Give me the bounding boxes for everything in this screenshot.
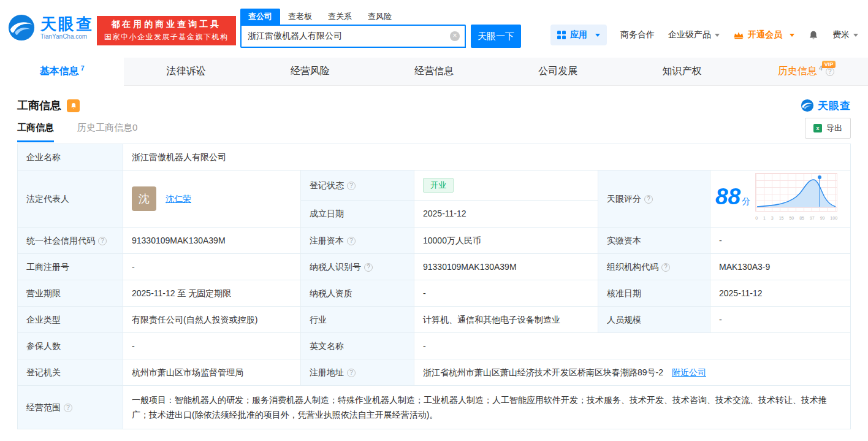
brand-name: 天眼查: [40, 15, 94, 33]
help-icon[interactable]: [826, 67, 834, 76]
business-term-label: 营业期限: [18, 280, 123, 307]
legal-rep-link[interactable]: 沈仁荣: [166, 193, 191, 205]
paid-capital-label: 实缴资本: [598, 228, 710, 254]
chevron-down-icon: [715, 34, 720, 37]
score-unit: 分: [742, 196, 750, 206]
approval-date-label: 核准日期: [598, 280, 710, 307]
excel-icon: [813, 124, 822, 132]
section-header: 工商信息 天眼查: [0, 86, 868, 113]
status-badge: 开业: [423, 178, 454, 193]
tab-label: 历史信息: [778, 65, 817, 78]
approval-date-value: 2025-11-12: [710, 280, 851, 307]
tab-operating-info[interactable]: 经营信息: [372, 58, 496, 86]
legal-rep-value: 沈 沈仁荣: [123, 171, 301, 228]
tianyancha-logo-icon: [801, 99, 814, 112]
insured-count-value: -: [123, 333, 301, 359]
subtab-history-business-info[interactable]: 历史工商信息0: [77, 122, 137, 142]
monitor-bell-icon[interactable]: [67, 99, 80, 112]
apps-menu[interactable]: 应用: [550, 25, 607, 45]
company-section-tabs: 基本信息 7 法律诉讼 经营风险 经营信息 公司发展 知识产权 VIP 历史信息…: [0, 58, 868, 86]
legal-rep-avatar[interactable]: 沈: [132, 186, 156, 211]
insured-count-label: 参保人数: [18, 333, 123, 359]
help-icon[interactable]: [64, 404, 72, 412]
brand-domain: TianYanCha.com: [40, 33, 94, 40]
org-code-label-text: 组织机构代码: [607, 262, 658, 272]
tab-history-info[interactable]: VIP 历史信息 4: [744, 58, 868, 86]
subtab-business-info[interactable]: 工商信息: [17, 122, 54, 142]
taxpayer-quality-value: -: [414, 280, 598, 307]
search-input[interactable]: [240, 25, 466, 48]
taxpayer-id-label: 纳税人识别号: [301, 254, 414, 280]
subtab-row: 工商信息 历史工商信息0 导出: [0, 113, 868, 142]
tab-label: 经营风险: [291, 65, 330, 78]
search-tab-risk[interactable]: 查风险: [360, 9, 400, 25]
tianyancha-logo[interactable]: 天眼查 TianYanCha.com: [7, 13, 94, 42]
help-icon[interactable]: [347, 237, 356, 245]
table-row: 企业类型 有限责任公司(自然人投资或控股) 行业 计算机、通信和其他电子设备制造…: [18, 307, 851, 333]
reg-status-label: 登记状态: [301, 171, 414, 201]
enterprise-products-label: 企业级产品: [668, 29, 711, 40]
help-icon[interactable]: [661, 263, 670, 272]
table-row: 企业名称 浙江雷傲机器人有限公司: [18, 144, 851, 171]
reg-number-value: -: [123, 254, 301, 280]
export-label: 导出: [826, 123, 842, 134]
reg-address-value: 浙江省杭州市萧山区萧山经济技术开发区桥南区块春潮路89号-2 附近公司: [414, 359, 851, 386]
tab-label: 基本信息: [40, 65, 79, 78]
credit-code-label-text: 统一社会信用代码: [26, 236, 95, 245]
reg-capital-label-text: 注册资本: [310, 236, 344, 245]
tab-company-development[interactable]: 公司发展: [496, 58, 620, 86]
tab-intellectual-property[interactable]: 知识产权: [620, 58, 744, 86]
tab-basic-info[interactable]: 基本信息 7: [0, 58, 124, 86]
credit-code-label: 统一社会信用代码: [18, 228, 123, 254]
search-tab-relation[interactable]: 查关系: [320, 9, 360, 25]
watermark-brand: 天眼查: [818, 99, 851, 113]
clear-search-icon[interactable]: [450, 31, 460, 41]
staff-size-label: 人员规模: [598, 307, 710, 333]
reg-status-value: 开业: [414, 171, 598, 201]
apps-grid-icon: [557, 31, 566, 39]
taxpayer-quality-label: 纳税人资质: [301, 280, 414, 307]
export-button[interactable]: 导出: [805, 118, 851, 139]
reg-address-label-text: 注册地址: [310, 367, 344, 377]
reg-number-label: 工商注册号: [18, 254, 123, 280]
search-tab-company[interactable]: 查公司: [240, 9, 280, 25]
help-icon[interactable]: [644, 195, 653, 204]
vip-label: 开通会员: [748, 29, 782, 40]
nearby-companies-link[interactable]: 附近公司: [672, 367, 706, 377]
reg-status-label-text: 登记状态: [310, 180, 344, 190]
vip-badge: VIP: [822, 61, 836, 68]
org-code-label: 组织机构代码: [598, 254, 710, 280]
company-name-value: 浙江雷傲机器人有限公司: [123, 144, 851, 171]
search-input-wrap: [240, 25, 466, 48]
search-area: 查公司 查老板 查关系 查风险 天眼一下: [240, 9, 521, 48]
tab-label: 经营信息: [414, 65, 454, 78]
table-row: 经营范围 一般项目：智能机器人的研发；服务消费机器人制造；特殊作业机器人制造；工…: [18, 386, 851, 429]
enterprise-products-menu[interactable]: 企业级产品: [668, 29, 720, 40]
search-tab-boss[interactable]: 查老板: [280, 9, 320, 25]
help-icon[interactable]: [98, 237, 107, 245]
notifications-bell-icon[interactable]: [808, 29, 819, 41]
reg-address-label: 注册地址: [301, 359, 414, 386]
tianyancha-watermark: 天眼查: [801, 99, 851, 113]
paid-capital-value: -: [710, 228, 851, 254]
reg-authority-label: 登记机关: [18, 359, 123, 386]
business-term-value: 2025-11-12 至 无固定期限: [123, 280, 301, 307]
company-type-value: 有限责任公司(自然人投资或控股): [123, 307, 301, 333]
chevron-down-icon: [790, 34, 794, 37]
top-header: 天眼查 TianYanCha.com 都在用的商业查询工具 国家中小企业发展子基…: [0, 0, 868, 58]
tab-legal-proceedings[interactable]: 法律诉讼: [124, 58, 248, 86]
search-button[interactable]: 天眼一下: [471, 25, 521, 48]
help-icon[interactable]: [347, 369, 356, 377]
help-icon[interactable]: [364, 263, 373, 272]
tianyan-score-value: 88分 0131550859799100: [710, 171, 851, 228]
score-value: 88: [715, 184, 740, 209]
user-menu[interactable]: 费米: [832, 29, 858, 40]
reg-address-text: 浙江省杭州市萧山区萧山经济技术开发区桥南区块春潮路89号-2: [423, 367, 663, 377]
business-scope-label: 经营范围: [18, 386, 123, 429]
business-scope-value: 一般项目：智能机器人的研发；服务消费机器人制造；特殊作业机器人制造；工业机器人制…: [123, 386, 851, 429]
help-icon[interactable]: [347, 182, 356, 190]
section-title: 工商信息: [17, 98, 61, 113]
tab-operating-risk[interactable]: 经营风险: [248, 58, 372, 86]
business-cooperation-link[interactable]: 商务合作: [620, 29, 655, 40]
vip-upgrade-link[interactable]: 开通会员: [733, 29, 794, 40]
